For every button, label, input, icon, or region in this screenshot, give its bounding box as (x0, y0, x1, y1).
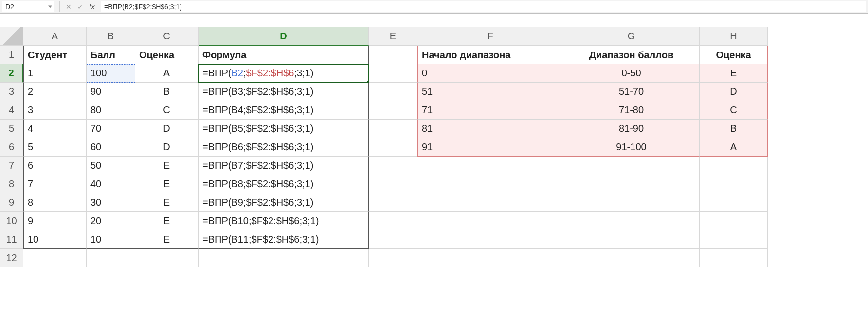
cell-B1[interactable]: Балл (87, 46, 135, 64)
cell-D4[interactable]: =ВПР(B4;$F$2:$H$6;3;1) (199, 101, 369, 120)
cell-A7[interactable]: 6 (23, 157, 87, 175)
cell-D12[interactable] (199, 249, 369, 267)
cell-D6[interactable]: =ВПР(B6;$F$2:$H$6;3;1) (199, 138, 369, 157)
cell-H4[interactable]: C (700, 101, 768, 120)
cell-B2[interactable]: 100 (87, 64, 135, 83)
cell-H8[interactable] (700, 175, 768, 193)
cell-B5[interactable]: 70 (87, 120, 135, 138)
cell-H9[interactable] (700, 193, 768, 212)
col-header-B[interactable]: B (87, 27, 135, 46)
cell-H12[interactable] (700, 249, 768, 267)
cell-F8[interactable] (417, 175, 563, 193)
cell-A10[interactable]: 9 (23, 212, 87, 230)
row-header-3[interactable]: 3 (0, 83, 23, 101)
cell-B12[interactable] (87, 249, 135, 267)
cell-C12[interactable] (135, 249, 199, 267)
cell-H1[interactable]: Оценка (700, 46, 768, 64)
cell-F1[interactable]: Начало диапазона (417, 46, 563, 64)
cell-G5[interactable]: 81-90 (563, 120, 700, 138)
cell-D10[interactable]: =ВПР(B10;$F$2:$H$6;3;1) (199, 212, 369, 230)
cell-E5[interactable] (369, 120, 417, 138)
cell-D1[interactable]: Формула (199, 46, 369, 64)
cell-C2[interactable]: A (135, 64, 199, 83)
cell-G8[interactable] (563, 175, 700, 193)
cell-B7[interactable]: 50 (87, 157, 135, 175)
cell-F5[interactable]: 81 (417, 120, 563, 138)
cell-G6[interactable]: 91-100 (563, 138, 700, 157)
select-all-corner[interactable] (0, 27, 23, 46)
cell-D2[interactable]: =ВПР(B2;$F$2:$H$6;3;1) (199, 64, 369, 83)
cell-F9[interactable] (417, 193, 563, 212)
cell-A1[interactable]: Студент (23, 46, 87, 64)
cell-B10[interactable]: 20 (87, 212, 135, 230)
cell-F6[interactable]: 91 (417, 138, 563, 157)
cell-H11[interactable] (700, 230, 768, 249)
cell-D11[interactable]: =ВПР(B11;$F$2:$H$6;3;1) (199, 230, 369, 249)
cell-G1[interactable]: Диапазон баллов (563, 46, 700, 64)
chevron-down-icon[interactable] (48, 5, 52, 8)
cancel-button[interactable]: ✕ (63, 1, 74, 12)
cell-G9[interactable] (563, 193, 700, 212)
cell-C7[interactable]: E (135, 157, 199, 175)
cell-D7[interactable]: =ВПР(B7;$F$2:$H$6;3;1) (199, 157, 369, 175)
cell-C5[interactable]: D (135, 120, 199, 138)
cell-G11[interactable] (563, 230, 700, 249)
cell-H6[interactable]: A (700, 138, 768, 157)
row-header-1[interactable]: 1 (0, 46, 23, 64)
cell-H7[interactable] (700, 157, 768, 175)
cell-B4[interactable]: 80 (87, 101, 135, 120)
cell-A6[interactable]: 5 (23, 138, 87, 157)
cell-E1[interactable] (369, 46, 417, 64)
row-header-6[interactable]: 6 (0, 138, 23, 157)
col-header-C[interactable]: C (135, 27, 199, 46)
row-header-9[interactable]: 9 (0, 193, 23, 212)
cell-C4[interactable]: C (135, 101, 199, 120)
accept-button[interactable]: ✓ (75, 1, 86, 12)
cell-C6[interactable]: D (135, 138, 199, 157)
cell-C8[interactable]: E (135, 175, 199, 193)
cell-C3[interactable]: B (135, 83, 199, 101)
cell-A11[interactable]: 10 (23, 230, 87, 249)
cell-F11[interactable] (417, 230, 563, 249)
spreadsheet-grid[interactable]: A B C D E F G H 1 Студент Балл Оценка Фо… (0, 27, 868, 267)
col-header-F[interactable]: F (417, 27, 563, 46)
row-header-5[interactable]: 5 (0, 120, 23, 138)
row-header-10[interactable]: 10 (0, 212, 23, 230)
row-header-8[interactable]: 8 (0, 175, 23, 193)
cell-E3[interactable] (369, 83, 417, 101)
cell-D9[interactable]: =ВПР(B9;$F$2:$H$6;3;1) (199, 193, 369, 212)
cell-E7[interactable] (369, 157, 417, 175)
col-header-E[interactable]: E (369, 27, 417, 46)
col-header-G[interactable]: G (563, 27, 700, 46)
cell-D5[interactable]: =ВПР(B5;$F$2:$H$6;3;1) (199, 120, 369, 138)
cell-C11[interactable]: E (135, 230, 199, 249)
cell-A2[interactable]: 1 (23, 64, 87, 83)
cell-F3[interactable]: 51 (417, 83, 563, 101)
cell-G3[interactable]: 51-70 (563, 83, 700, 101)
cell-D3[interactable]: =ВПР(B3;$F$2:$H$6;3;1) (199, 83, 369, 101)
cell-B9[interactable]: 30 (87, 193, 135, 212)
row-header-7[interactable]: 7 (0, 157, 23, 175)
cell-A3[interactable]: 2 (23, 83, 87, 101)
cell-E10[interactable] (369, 212, 417, 230)
row-header-2[interactable]: 2 (0, 64, 23, 83)
cell-C10[interactable]: E (135, 212, 199, 230)
cell-F7[interactable] (417, 157, 563, 175)
cell-G2[interactable]: 0-50 (563, 64, 700, 83)
fx-button[interactable]: fx (87, 1, 97, 12)
cell-F10[interactable] (417, 212, 563, 230)
cell-H3[interactable]: D (700, 83, 768, 101)
cell-A4[interactable]: 3 (23, 101, 87, 120)
cell-H10[interactable] (700, 212, 768, 230)
row-header-12[interactable]: 12 (0, 249, 23, 267)
cell-E8[interactable] (369, 175, 417, 193)
cell-H2[interactable]: E (700, 64, 768, 83)
cell-B11[interactable]: 10 (87, 230, 135, 249)
cell-E4[interactable] (369, 101, 417, 120)
cell-G12[interactable] (563, 249, 700, 267)
cell-F12[interactable] (417, 249, 563, 267)
formula-input[interactable]: =ВПР(B2;$F$2:$H$6;3;1) (101, 1, 866, 12)
cell-E2[interactable] (369, 64, 417, 83)
cell-E11[interactable] (369, 230, 417, 249)
col-header-A[interactable]: A (23, 27, 87, 46)
